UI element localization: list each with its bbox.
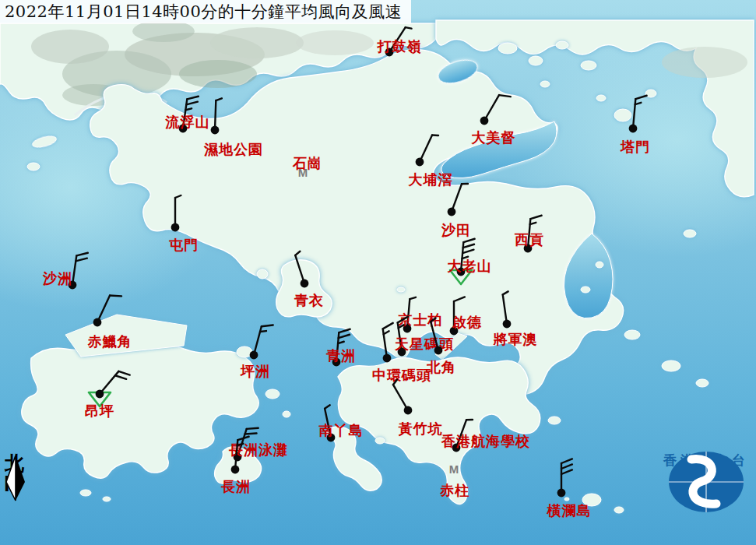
station-label: 青洲 <box>325 347 356 364</box>
station-dot <box>448 208 456 216</box>
wind-map: 流浮山濕地公園打鼓嶺大美督大埔滘塔門屯門沙洲赤鱲角青衣坪洲青洲京士柏啟德天星碼頭… <box>0 0 756 545</box>
station-dot <box>171 223 180 232</box>
station-label: 中環碼頭 <box>372 367 431 383</box>
station-label: 赤鱲角 <box>87 333 132 350</box>
missing-data-marker: M <box>449 462 459 476</box>
station-label: 流浮山 <box>165 114 210 130</box>
station-label: 赤柱 <box>439 482 469 498</box>
station-label: 西貢 <box>514 231 544 248</box>
station-label: 大老山 <box>447 258 492 274</box>
station-dot <box>93 318 102 327</box>
map-title: 2022年11月01日14時00分的十分鐘平均風向及風速 <box>0 0 411 23</box>
wind-barb-feather <box>247 428 258 429</box>
station-label: 啟德 <box>452 314 482 330</box>
wind-barb-feather <box>406 27 412 29</box>
station-dot <box>404 406 413 415</box>
station-label: 天星碼頭 <box>394 336 454 352</box>
station-label: 黃竹坑 <box>399 420 443 437</box>
station-label: 打鼓嶺 <box>377 38 422 54</box>
station-label: 大美督 <box>471 129 516 146</box>
station-dot <box>480 117 489 125</box>
station-dot <box>211 126 220 135</box>
station-label: 橫瀾島 <box>547 502 592 519</box>
hko-logo: 香港天文台 HONG KONG OBSERVATORY <box>660 450 752 488</box>
wind-barb-feather <box>110 296 121 297</box>
station-dot <box>434 346 443 355</box>
station-dot <box>629 125 638 133</box>
station-label: 濕地公園 <box>203 141 263 157</box>
station-label: 石崗 <box>292 155 322 171</box>
station-label: 沙田 <box>441 222 471 238</box>
station-label: 屯門 <box>169 237 199 253</box>
station-label: 香港航海學校 <box>441 433 530 449</box>
wind-barb-feather <box>245 433 257 434</box>
basemap: 流浮山濕地公園打鼓嶺大美督大埔滘塔門屯門沙洲赤鱲角青衣坪洲青洲京士柏啟德天星碼頭… <box>0 0 756 545</box>
station-dot <box>231 466 240 474</box>
station-dot <box>557 489 566 498</box>
north-arrow-icon <box>3 454 34 502</box>
station-dot <box>301 280 309 288</box>
station-dot <box>96 390 104 399</box>
station-label: 青衣 <box>294 292 324 308</box>
station-label: 南丫島 <box>318 422 364 438</box>
station-label: 坪洲 <box>240 363 270 379</box>
station-dot <box>503 320 512 329</box>
station-label: 北角 <box>426 359 456 375</box>
station-label: 昂坪 <box>85 403 114 419</box>
urban-texture-ne <box>662 47 747 78</box>
station-label: 沙洲 <box>42 270 72 287</box>
station-dot <box>383 354 392 363</box>
wind-barb-feather <box>260 331 266 332</box>
station-dot <box>250 351 258 360</box>
wind-barb-staff <box>215 100 216 130</box>
station-label: 將軍澳 <box>493 331 538 347</box>
hko-logo-icon <box>660 450 752 514</box>
station-dot <box>416 158 424 167</box>
station-label: 大埔滘 <box>408 171 453 188</box>
station-label: 塔門 <box>620 139 650 155</box>
north-compass: 北 N <box>3 454 34 494</box>
station-label: 長洲 <box>220 478 251 494</box>
